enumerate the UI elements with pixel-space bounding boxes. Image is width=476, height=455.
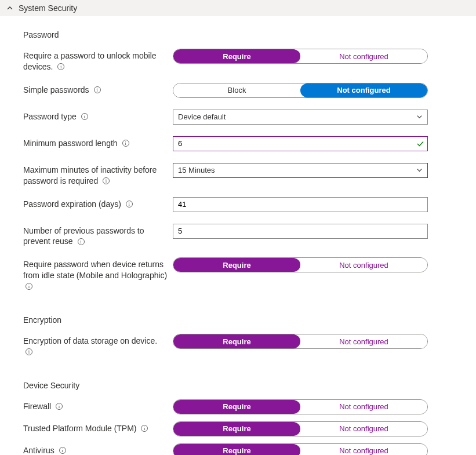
info-icon[interactable] [81, 113, 88, 120]
input-history[interactable] [173, 224, 428, 239]
select-password-type[interactable]: Device default [173, 110, 428, 125]
row-max-inactivity: Maximum minutes of inactivity before pas… [23, 163, 453, 187]
row-min-length: Minimum password length [23, 136, 453, 152]
toggle-option-not-configured[interactable]: Not configured [300, 83, 427, 97]
label-antivirus: Antivirus [23, 443, 173, 455]
toggle-option-require[interactable]: Require [173, 444, 300, 455]
input-expiration[interactable] [173, 197, 428, 212]
section-encryption: Encryption Encryption of data storage on… [23, 315, 453, 358]
row-expiration: Password expiration (days) [23, 197, 453, 213]
panel-title: System Security [19, 3, 77, 13]
toggle-option-not-configured[interactable]: Not configured [300, 258, 427, 272]
info-icon[interactable] [141, 425, 148, 432]
toggle-antivirus[interactable]: Require Not configured [173, 443, 428, 455]
row-history: Number of previous passwords to prevent … [23, 224, 453, 247]
label-require-unlock: Require a password to unlock mobile devi… [23, 49, 173, 72]
label-min-length: Minimum password length [23, 136, 173, 149]
toggle-option-require[interactable]: Require [173, 49, 300, 63]
toggle-option-block[interactable]: Block [173, 83, 300, 97]
collapse-chevron-icon[interactable] [6, 4, 14, 12]
row-antivirus: Antivirus Require Not configured [23, 443, 453, 455]
toggle-option-not-configured[interactable]: Not configured [300, 444, 427, 455]
select-max-inactivity[interactable]: 15 Minutes [173, 163, 428, 178]
toggle-option-not-configured[interactable]: Not configured [300, 400, 427, 414]
row-encryption-storage: Encryption of data storage on device. Re… [23, 334, 453, 358]
section-password: Password Require a password to unlock mo… [23, 30, 453, 292]
section-title-device-security: Device Security [23, 381, 453, 390]
label-idle-return: Require password when device returns fro… [23, 257, 173, 292]
label-expiration: Password expiration (days) [23, 197, 173, 210]
info-icon[interactable] [94, 86, 101, 93]
info-icon[interactable] [103, 177, 110, 184]
info-icon[interactable] [26, 283, 32, 290]
chevron-down-icon [416, 167, 423, 174]
label-tpm: Trusted Platform Module (TPM) [23, 421, 173, 434]
row-require-unlock: Require a password to unlock mobile devi… [23, 49, 453, 72]
row-firewall: Firewall Require Not configured [23, 399, 453, 416]
info-icon[interactable] [57, 63, 64, 70]
info-icon[interactable] [56, 403, 63, 410]
toggle-firewall[interactable]: Require Not configured [173, 399, 428, 414]
label-password-type: Password type [23, 110, 173, 122]
row-idle-return: Require password when device returns fro… [23, 257, 453, 292]
check-icon [416, 140, 424, 148]
label-simple-passwords: Simple passwords [23, 83, 173, 96]
toggle-tpm[interactable]: Require Not configured [173, 421, 428, 436]
toggle-idle-return[interactable]: Require Not configured [173, 257, 428, 272]
toggle-require-unlock[interactable]: Require Not configured [173, 49, 428, 64]
toggle-encryption-storage[interactable]: Require Not configured [173, 334, 428, 349]
info-icon[interactable] [78, 238, 85, 245]
label-max-inactivity: Maximum minutes of inactivity before pas… [23, 163, 173, 187]
toggle-simple-passwords[interactable]: Block Not configured [173, 83, 428, 98]
toggle-option-require[interactable]: Require [173, 400, 300, 414]
section-title-encryption: Encryption [23, 315, 453, 325]
info-icon[interactable] [126, 201, 133, 208]
label-firewall: Firewall [23, 399, 173, 412]
toggle-option-require[interactable]: Require [173, 334, 300, 348]
toggle-option-not-configured[interactable]: Not configured [300, 422, 427, 436]
section-device-security: Device Security Firewall Require Not con… [23, 381, 453, 455]
panel-header: System Security [0, 0, 476, 16]
label-encryption-storage: Encryption of data storage on device. [23, 334, 173, 358]
toggle-option-require[interactable]: Require [173, 258, 300, 272]
toggle-option-not-configured[interactable]: Not configured [300, 334, 427, 348]
toggle-option-not-configured[interactable]: Not configured [300, 49, 427, 63]
row-simple-passwords: Simple passwords Block Not configured [23, 83, 453, 99]
chevron-down-icon [416, 114, 423, 121]
info-icon[interactable] [59, 447, 66, 454]
section-title-password: Password [23, 30, 453, 39]
row-tpm: Trusted Platform Module (TPM) Require No… [23, 421, 453, 438]
panel-body: Password Require a password to unlock mo… [0, 16, 476, 455]
info-icon[interactable] [122, 140, 129, 147]
row-password-type: Password type Device default [23, 110, 453, 126]
input-min-length[interactable] [173, 136, 428, 151]
toggle-option-require[interactable]: Require [173, 422, 300, 436]
label-history: Number of previous passwords to prevent … [23, 224, 173, 247]
info-icon[interactable] [26, 348, 32, 355]
